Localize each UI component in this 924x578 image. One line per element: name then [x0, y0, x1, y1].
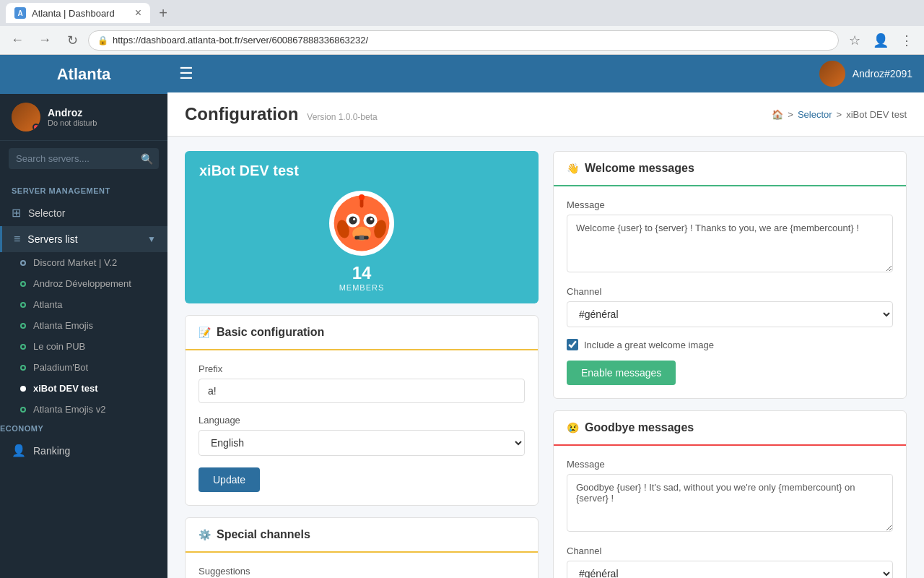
prefix-input[interactable] — [199, 379, 525, 403]
server-name: Le coin PUB — [33, 341, 85, 352]
list-item[interactable]: Atlanta Emojis — [0, 315, 167, 336]
svg-rect-15 — [359, 236, 364, 240]
new-tab-button[interactable]: + — [153, 3, 173, 23]
server-card: xiBot DEV test — [185, 151, 539, 303]
suggestions-label: Suggestions — [199, 566, 525, 577]
server-name: Atlanta — [33, 299, 62, 310]
welcome-message-textarea[interactable]: Welcome {user} to {server} ! Thanks to y… — [567, 215, 893, 272]
server-status-dot — [20, 407, 26, 413]
app-container: Atlanta Androz Do not disturb 🔍 SERVER M… — [0, 55, 924, 578]
goodbye-message-group: Message Goodbye {user} ! It's sad, witho… — [567, 459, 893, 534]
server-avatar-image — [333, 194, 391, 252]
browser-titlebar: A Atlanta | Dashboard × + — [0, 0, 924, 26]
goodbye-channel-select[interactable]: #général #goodbye — [567, 561, 893, 578]
tab-title: Atlanta | Dashboard — [32, 8, 115, 19]
language-select[interactable]: English French Spanish German — [199, 430, 525, 456]
close-tab-button[interactable]: × — [135, 7, 141, 19]
sidebar-item-ranking[interactable]: 👤 Ranking — [0, 437, 167, 464]
svg-point-5 — [366, 216, 374, 224]
breadcrumb-separator-2: > — [837, 109, 842, 120]
server-status-dot — [20, 260, 26, 266]
top-nav: ☰ Androz#2091 — [167, 55, 924, 92]
breadcrumb-current: xiBot DEV test — [846, 109, 907, 120]
forward-button[interactable]: → — [33, 29, 56, 52]
welcome-channel-select[interactable]: #général #welcome — [567, 301, 893, 327]
list-item[interactable]: Atlanta — [0, 294, 167, 315]
list-item[interactable]: Le coin PUB — [0, 336, 167, 357]
basic-config-header: 📝 Basic configuration — [186, 316, 538, 350]
version-badge: Version 1.0.0-beta — [307, 112, 377, 122]
sidebar-item-selector[interactable]: ⊞ Selector — [0, 199, 167, 226]
address-bar[interactable]: 🔒 https://dashboard.atlanta-bot.fr/serve… — [88, 30, 839, 51]
search-input[interactable] — [9, 148, 159, 169]
svg-point-10 — [359, 194, 365, 200]
page-title-area: Configuration Version 1.0.0-beta — [185, 104, 378, 124]
main-content: Configuration Version 1.0.0-beta 🏠 > Sel… — [167, 92, 924, 578]
user-info: Androz Do not disturb — [48, 107, 156, 127]
sidebar-item-servers-list[interactable]: ≡ Servers list ▼ — [0, 226, 167, 252]
prefix-group: Prefix — [199, 363, 525, 403]
star-button[interactable]: ☆ — [843, 29, 866, 52]
left-column: xiBot DEV test — [185, 151, 539, 578]
main-area: ☰ Androz#2091 Configuration Version 1.0.… — [167, 55, 924, 578]
update-button[interactable]: Update — [199, 467, 260, 492]
list-item[interactable]: Discord Market | V.2 — [0, 252, 167, 273]
server-status-dot — [20, 386, 26, 392]
list-item[interactable]: Atlanta Emojis v2 — [0, 399, 167, 420]
enable-messages-button[interactable]: Enable messages — [567, 361, 676, 385]
welcome-message-label: Message — [567, 199, 893, 210]
welcome-image-checkbox[interactable] — [567, 339, 578, 350]
top-nav-user: Androz#2091 — [819, 61, 912, 87]
browser-window: A Atlanta | Dashboard × + ← → ↻ 🔒 https:… — [0, 0, 924, 578]
welcome-emoji: 👋 — [567, 163, 579, 174]
list-item[interactable]: Paladium'Bot — [0, 357, 167, 378]
special-channels-card: ⚙️ Special channels Suggestions — [185, 517, 539, 578]
welcome-image-row: Include a great welcome image — [567, 339, 893, 350]
server-status-dot — [20, 344, 26, 350]
ranking-icon: 👤 — [12, 444, 26, 457]
member-label: MEMBERS — [339, 283, 385, 292]
avatar-button[interactable]: 👤 — [869, 29, 892, 52]
back-button[interactable]: ← — [6, 29, 29, 52]
top-nav-avatar — [819, 61, 845, 87]
goodbye-message-label: Message — [567, 459, 893, 470]
goodbye-emoji: 😢 — [567, 422, 579, 434]
page-title: Configuration — [185, 104, 298, 124]
right-column: 👋 Welcome messages Message Welcome {user… — [553, 151, 907, 578]
servers-list-icon: ≡ — [14, 233, 20, 246]
list-item[interactable]: xiBot DEV test — [0, 378, 167, 399]
language-group: Language English French Spanish German — [199, 415, 525, 456]
server-name: Androz Développement — [33, 278, 131, 289]
goodbye-messages-title: Goodbye messages — [585, 421, 694, 434]
server-name: Paladium'Bot — [33, 362, 88, 373]
svg-point-4 — [349, 216, 357, 224]
special-channels-title: Special channels — [217, 528, 310, 541]
sidebar-logo: Atlanta — [57, 65, 111, 84]
server-name: Atlanta Emojis — [33, 320, 93, 331]
search-icon: 🔍 — [141, 153, 153, 165]
tab-favicon: A — [14, 7, 26, 19]
language-label: Language — [199, 415, 525, 426]
special-channels-header: ⚙️ Special channels — [186, 518, 538, 553]
welcome-image-label: Include a great welcome image — [584, 340, 714, 350]
svg-point-7 — [370, 218, 372, 220]
hamburger-button[interactable]: ☰ — [179, 64, 193, 83]
status-dot — [32, 124, 40, 131]
search-box: 🔍 — [9, 148, 159, 169]
breadcrumb-selector[interactable]: Selector — [798, 109, 832, 120]
browser-tab[interactable]: A Atlanta | Dashboard × — [6, 3, 150, 23]
goodbye-messages-card: 😢 Goodbye messages Message Goodbye {user… — [553, 410, 907, 578]
menu-button[interactable]: ⋮ — [895, 29, 918, 52]
content-header: Configuration Version 1.0.0-beta 🏠 > Sel… — [167, 92, 924, 137]
refresh-button[interactable]: ↻ — [61, 29, 84, 52]
special-channels-icon: ⚙️ — [199, 529, 211, 540]
welcome-message-group: Message Welcome {user} to {server} ! Tha… — [567, 199, 893, 275]
goodbye-message-textarea[interactable]: Goodbye {user} ! It's sad, without you w… — [567, 474, 893, 532]
server-name: Discord Market | V.2 — [33, 257, 117, 268]
list-item[interactable]: Androz Développement — [0, 273, 167, 294]
content-body: xiBot DEV test — [167, 137, 924, 578]
sidebar-header: Atlanta — [0, 55, 167, 94]
chevron-down-icon: ▼ — [147, 234, 156, 244]
basic-config-title: Basic configuration — [217, 326, 324, 339]
basic-config-card: 📝 Basic configuration Prefix Language — [185, 315, 539, 506]
